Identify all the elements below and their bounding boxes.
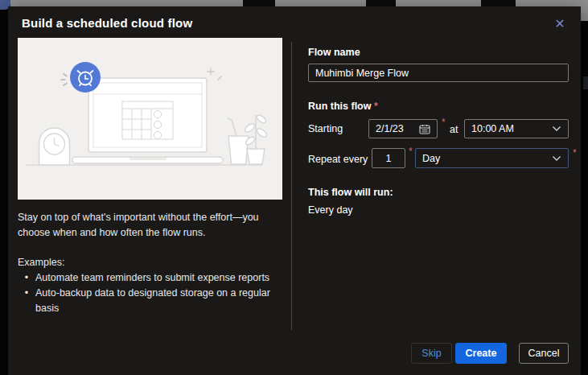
repeat-interval-field bbox=[372, 148, 405, 168]
example-item: Automate team reminders to submit expens… bbox=[18, 270, 293, 286]
scheduled-flow-illustration bbox=[18, 38, 282, 200]
flow-name-label: Flow name bbox=[308, 47, 360, 58]
dialog-description: Stay on top of what's important without … bbox=[18, 210, 293, 316]
chevron-down-icon bbox=[552, 126, 561, 132]
at-label: at bbox=[450, 124, 458, 135]
required-marker: * bbox=[573, 147, 577, 159]
repeat-interval-input[interactable] bbox=[372, 153, 405, 164]
illustration-graphic bbox=[18, 38, 282, 200]
sparkle-icon bbox=[61, 74, 67, 85]
alarm-clock-icon bbox=[70, 62, 101, 93]
sparkle-icon bbox=[208, 68, 221, 80]
create-button[interactable]: Create bbox=[455, 343, 507, 364]
desk-clock-icon bbox=[39, 128, 70, 165]
repeat-unit-value: Day bbox=[422, 153, 440, 164]
vertical-divider bbox=[291, 42, 292, 330]
skip-button[interactable]: Skip bbox=[411, 343, 452, 364]
required-marker: * bbox=[409, 146, 413, 157]
calendar-grid-icon bbox=[122, 101, 173, 139]
example-text: Automate team reminders to submit expens… bbox=[35, 270, 269, 286]
repeat-every-label: Repeat every bbox=[308, 154, 368, 165]
required-marker: * bbox=[374, 101, 378, 112]
starting-label: Starting bbox=[308, 123, 343, 134]
close-icon[interactable]: ✕ bbox=[549, 14, 571, 35]
background-card-fragment bbox=[481, 0, 516, 6]
start-time-value: 10:00 AM bbox=[471, 123, 514, 134]
background-card-fragment bbox=[583, 76, 588, 89]
flow-name-input[interactable] bbox=[308, 64, 569, 82]
cancel-button[interactable]: Cancel bbox=[519, 343, 569, 364]
run-this-flow-label: Run this flow * bbox=[308, 101, 378, 112]
example-text: Auto-backup data to designated storage o… bbox=[35, 286, 293, 316]
example-item: Auto-backup data to designated storage o… bbox=[18, 286, 293, 316]
background-card-fragment bbox=[243, 0, 275, 6]
scheduled-flow-dialog: Build a scheduled cloud flow ✕ bbox=[8, 6, 581, 375]
examples-heading: Examples: bbox=[18, 255, 293, 270]
description-intro: Stay on top of what's important without … bbox=[18, 210, 293, 241]
repeat-unit-dropdown[interactable]: Day bbox=[415, 148, 569, 168]
background-card-fragment bbox=[366, 0, 396, 6]
required-marker: * bbox=[442, 117, 446, 128]
flow-run-summary-text: Every day bbox=[308, 204, 353, 216]
start-time-dropdown[interactable]: 10:00 AM bbox=[464, 119, 569, 138]
background-page-strip bbox=[581, 0, 588, 21]
start-date-picker[interactable]: 2/1/23 bbox=[368, 119, 438, 138]
dialog-title: Build a scheduled cloud flow bbox=[22, 16, 192, 30]
flow-run-summary-heading: This flow will run: bbox=[308, 187, 393, 198]
start-date-value: 2/1/23 bbox=[376, 123, 404, 134]
calendar-icon bbox=[419, 124, 430, 134]
chevron-down-icon bbox=[552, 155, 561, 162]
drink-cup-icon bbox=[228, 118, 249, 164]
